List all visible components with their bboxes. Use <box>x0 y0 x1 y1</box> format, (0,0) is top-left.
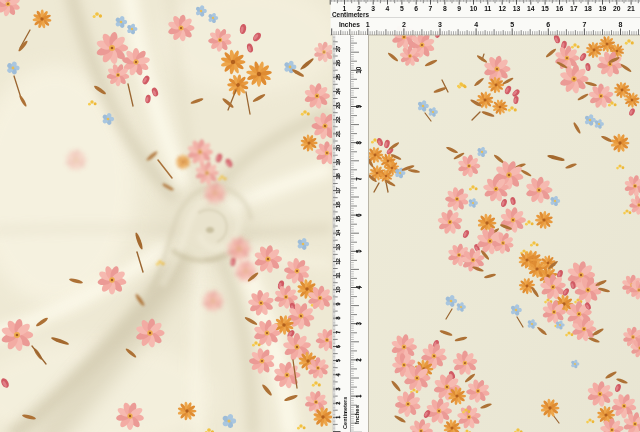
svg-text:10: 10 <box>355 66 362 74</box>
svg-text:8: 8 <box>355 140 362 144</box>
svg-text:19: 19 <box>599 5 607 12</box>
svg-text:15: 15 <box>541 5 549 12</box>
svg-text:7: 7 <box>429 5 433 12</box>
svg-text:14: 14 <box>334 229 341 236</box>
svg-text:4: 4 <box>386 5 390 12</box>
svg-text:16: 16 <box>334 201 341 208</box>
svg-text:8: 8 <box>443 5 447 12</box>
svg-text:2: 2 <box>402 21 406 28</box>
svg-text:8: 8 <box>619 21 623 28</box>
svg-text:11: 11 <box>334 272 341 279</box>
svg-text:18: 18 <box>334 172 341 179</box>
svg-text:15: 15 <box>334 215 341 222</box>
svg-text:5: 5 <box>355 249 362 253</box>
svg-text:23: 23 <box>334 102 341 109</box>
svg-text:17: 17 <box>334 187 341 194</box>
svg-text:6: 6 <box>546 21 550 28</box>
svg-text:12: 12 <box>334 258 341 265</box>
svg-text:13: 13 <box>513 5 521 12</box>
svg-text:17: 17 <box>570 5 578 12</box>
svg-text:19: 19 <box>334 158 341 165</box>
svg-text:27: 27 <box>334 45 341 52</box>
svg-text:16: 16 <box>556 5 564 12</box>
svg-text:1: 1 <box>355 394 362 398</box>
svg-text:26: 26 <box>334 59 341 66</box>
svg-text:7: 7 <box>355 177 362 181</box>
svg-text:4: 4 <box>474 21 478 28</box>
svg-text:18: 18 <box>584 5 592 12</box>
svg-text:Centimeters: Centimeters <box>342 397 348 429</box>
svg-text:3: 3 <box>438 21 442 28</box>
svg-text:9: 9 <box>457 5 461 12</box>
svg-text:20: 20 <box>334 144 341 151</box>
svg-text:9: 9 <box>355 104 362 108</box>
svg-text:13: 13 <box>334 243 341 250</box>
svg-text:5: 5 <box>510 21 514 28</box>
svg-text:Inches: Inches <box>339 21 360 28</box>
svg-text:4: 4 <box>355 285 362 289</box>
svg-text:3: 3 <box>371 5 375 12</box>
svg-text:5: 5 <box>400 5 404 12</box>
svg-text:11: 11 <box>484 5 491 12</box>
svg-text:3: 3 <box>355 321 362 325</box>
svg-text:14: 14 <box>527 5 535 12</box>
svg-text:12: 12 <box>498 5 506 12</box>
svg-text:24: 24 <box>334 87 341 94</box>
svg-text:10: 10 <box>334 286 341 293</box>
svg-text:1: 1 <box>366 21 370 28</box>
svg-text:Centimeters: Centimeters <box>332 11 369 18</box>
svg-text:21: 21 <box>334 130 341 137</box>
svg-text:2: 2 <box>355 358 362 362</box>
svg-text:6: 6 <box>414 5 418 12</box>
svg-text:20: 20 <box>613 5 621 12</box>
svg-text:7: 7 <box>582 21 586 28</box>
svg-text:22: 22 <box>334 116 341 123</box>
svg-text:25: 25 <box>334 73 341 80</box>
svg-text:21: 21 <box>627 5 635 12</box>
svg-text:6: 6 <box>355 213 362 217</box>
svg-text:10: 10 <box>470 5 478 12</box>
svg-text:Inches: Inches <box>354 404 360 424</box>
